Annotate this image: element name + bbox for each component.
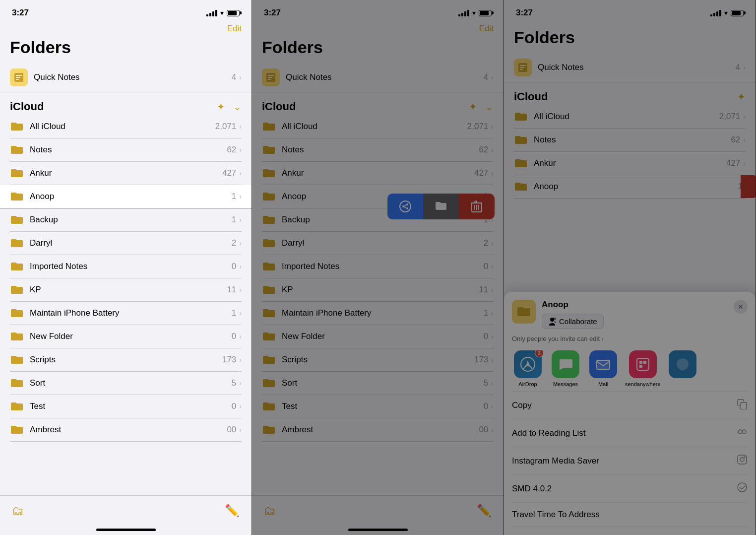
new-note-btn-2[interactable]: ✏️	[477, 504, 492, 518]
status-bar-1: 3:27 ▾	[0, 0, 252, 22]
folder-count-scripts-1: 173	[222, 355, 236, 365]
folder-icon-all-icloud-1	[10, 121, 24, 133]
edit-button-2[interactable]: Edit	[479, 24, 494, 34]
signal-icon-1	[206, 10, 217, 16]
folder-test-2[interactable]: Test 0 ›	[262, 395, 494, 418]
add-folder-icon-1[interactable]: ✦	[217, 101, 225, 113]
status-icons-2: ▾	[458, 9, 492, 17]
edit-button-1[interactable]: Edit	[227, 24, 242, 34]
folder-ambrest-1[interactable]: Ambrest 00 ›	[10, 418, 242, 442]
folder-icon-imported-1	[10, 261, 24, 272]
svg-point-33	[742, 430, 746, 434]
phone-panel-3: 3:27 ▾ Folders Quick Notes 4 › iCloud ✦	[504, 0, 756, 535]
add-folder-icon-2[interactable]: ✦	[469, 101, 477, 113]
folder-all-icloud-1[interactable]: All iCloud 2,071 ›	[10, 115, 242, 138]
folder-icon-backup-1	[10, 214, 24, 226]
folder-notes-3[interactable]: Notes 62 ›	[514, 129, 746, 152]
collaborate-button[interactable]: Collaborate	[542, 314, 604, 329]
add-icon-3[interactable]: ✦	[737, 91, 746, 103]
folder-maintain-1[interactable]: Maintain iPhone Battery 1 ›	[10, 302, 242, 325]
share-action-travel[interactable]: Travel Time To Address	[512, 503, 748, 527]
folder-sort-1[interactable]: Sort 5 ›	[10, 372, 242, 395]
sendanywhere-label: sendanywhere	[625, 381, 661, 387]
chevron-up-icon-2[interactable]: ⌄	[485, 101, 494, 113]
close-share-button[interactable]: ✕	[734, 300, 748, 314]
folder-ambrest-2[interactable]: Ambrest 00 ›	[262, 418, 494, 442]
folder-maintain-2[interactable]: Maintain iPhone Battery 1 ›	[262, 302, 494, 325]
folder-newfolder-2[interactable]: New Folder 0 ›	[262, 325, 494, 348]
share-app-partial[interactable]	[667, 350, 698, 387]
share-action-copy[interactable]: Copy	[512, 392, 748, 419]
folder-name-kp-1: KP	[30, 285, 227, 295]
quick-notes-icon-3	[514, 59, 532, 76]
folder-ankur-1[interactable]: Ankur 427 ›	[10, 162, 242, 185]
smd-icon	[737, 482, 748, 495]
share-subtitle: Only people you invite can edit ›	[512, 335, 748, 342]
folder-count-anoop-1: 1	[232, 192, 236, 201]
quick-notes-row-3[interactable]: Quick Notes 4 ›	[504, 53, 756, 82]
home-indicator-2	[348, 529, 408, 531]
icloud-title-1: iCloud	[10, 100, 44, 113]
share-app-sendanywhere[interactable]: sendanywhere	[625, 350, 661, 387]
folder-imported-2[interactable]: Imported Notes 0 ›	[262, 255, 494, 278]
folder-name-darryl-1: Darryl	[30, 238, 232, 248]
folder-name-notes-1: Notes	[30, 145, 227, 155]
folder-newfolder-1[interactable]: New Folder 0 ›	[10, 325, 242, 348]
swipe-actions-panel-2[interactable]	[387, 194, 495, 219]
svg-rect-34	[738, 455, 747, 464]
folder-all-icloud-2[interactable]: All iCloud 2,071 ›	[262, 115, 494, 138]
quick-notes-chevron-2: ›	[491, 73, 494, 81]
folder-notes-2[interactable]: Notes 62 ›	[262, 138, 494, 162]
folder-sort-2[interactable]: Sort 5 ›	[262, 372, 494, 395]
folder-icon-notes-1	[10, 144, 24, 156]
folder-kp-1[interactable]: KP 11 ›	[10, 278, 242, 302]
folder-count-test-1: 0	[232, 401, 236, 411]
phone-panel-1: 3:27 ▾ Edit Folders Quick Notes 4 › iClo…	[0, 0, 252, 535]
swipe-delete-btn[interactable]	[459, 194, 495, 219]
folder-imported-1[interactable]: Imported Notes 0 ›	[10, 255, 242, 278]
share-app-airdrop[interactable]: 3 AirDrop	[512, 350, 544, 387]
swipe-share-btn[interactable]	[387, 194, 423, 219]
instagram-icon	[737, 454, 748, 468]
folder-count-all-icloud-1: 2,071	[215, 122, 237, 132]
quick-notes-row-1[interactable]: Quick Notes 4 ›	[0, 63, 252, 92]
folder-name-test-1: Test	[30, 401, 232, 411]
folder-notes-1[interactable]: Notes 62 ›	[10, 138, 242, 162]
battery-icon-3	[731, 10, 744, 16]
share-action-smd[interactable]: SMD 4.0.2	[512, 475, 748, 503]
svg-rect-28	[643, 361, 646, 364]
panel-header-3	[504, 22, 756, 28]
folder-backup-1[interactable]: Backup 1 ›	[10, 208, 242, 232]
share-action-reading-list[interactable]: Add to Reading List	[512, 419, 748, 447]
share-app-mail[interactable]: Mail	[587, 350, 619, 387]
folder-ankur-3[interactable]: Ankur 427 ›	[514, 152, 746, 175]
icloud-title-2: iCloud	[262, 100, 296, 113]
new-folder-btn-2[interactable]: 🗂	[264, 504, 276, 518]
mail-label: Mail	[598, 381, 608, 387]
share-title-area: Anoop Collaborate	[542, 300, 734, 329]
share-app-messages[interactable]: Messages	[550, 350, 581, 387]
folder-anoop-3[interactable]: Anoop 1	[514, 175, 746, 199]
share-action-instagram[interactable]: Instagram Media Saver	[512, 447, 748, 475]
folder-icon-scripts-1	[10, 354, 24, 366]
folder-darryl-1[interactable]: Darryl 2 ›	[10, 232, 242, 255]
folder-darryl-2[interactable]: Darryl 2 ›	[262, 232, 494, 255]
new-folder-btn-1[interactable]: 🗂	[12, 504, 24, 518]
folder-ankur-2[interactable]: Ankur 427 ›	[262, 162, 494, 185]
svg-rect-29	[639, 365, 642, 368]
icloud-section-header-2: iCloud ✦ ⌄	[252, 92, 504, 115]
folder-all-icloud-3[interactable]: All iCloud 2,071 ›	[514, 105, 746, 129]
folder-count-imported-1: 0	[232, 262, 236, 271]
sendanywhere-icon	[629, 350, 657, 378]
folder-anoop-1[interactable]: Anoop 1 ›	[0, 185, 252, 208]
chevron-up-icon-1[interactable]: ⌄	[233, 101, 242, 113]
folder-kp-2[interactable]: KP 11 ›	[262, 278, 494, 302]
new-note-btn-1[interactable]: ✏️	[225, 504, 240, 518]
folder-scripts-2[interactable]: Scripts 173 ›	[262, 348, 494, 372]
quick-notes-row-2[interactable]: Quick Notes 4 ›	[252, 63, 504, 92]
folder-scripts-1[interactable]: Scripts 173 ›	[10, 348, 242, 372]
folder-test-1[interactable]: Test 0 ›	[10, 395, 242, 418]
swipe-folder-btn[interactable]	[423, 194, 459, 219]
svg-rect-31	[741, 402, 747, 409]
folder-count-sort-1: 5	[232, 378, 236, 388]
